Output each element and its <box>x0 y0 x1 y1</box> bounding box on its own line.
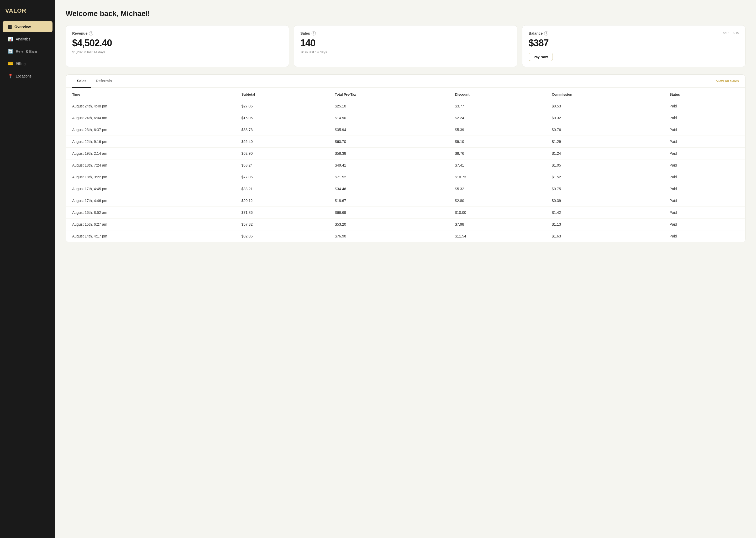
locations-icon: 📍 <box>8 74 13 79</box>
table-cell: $35.94 <box>329 124 449 136</box>
table-cell: August 24th, 4:48 pm <box>66 100 235 112</box>
table-cell: $20.12 <box>235 195 329 207</box>
revenue-card: Revenue ? $4,502.40 $1,282 in last 14 da… <box>66 25 289 67</box>
sidebar-item-analytics[interactable]: 📊 Analytics <box>3 33 53 45</box>
table-row: August 14th, 4:17 pm$82.86$76.90$11.54$1… <box>66 230 745 242</box>
sales-sub: 70 in last 14 days <box>300 50 510 54</box>
table-row: August 16th, 8:52 am$71.86$66.69$10.00$1… <box>66 207 745 219</box>
sidebar-item-refer-earn-label: Refer & Earn <box>16 49 37 54</box>
table-cell: $2.24 <box>449 112 545 124</box>
table-cell: Paid <box>663 124 745 136</box>
table-row: August 23th, 6:37 pm$38.73$35.94$5.39$0.… <box>66 124 745 136</box>
sales-table: Time Subtotal Total Pre-Tax Discount Com… <box>66 88 745 242</box>
table-cell: $14.90 <box>329 112 449 124</box>
table-cell: $8.76 <box>449 148 545 159</box>
table-cell: $62.90 <box>235 148 329 159</box>
table-cell: $65.40 <box>235 136 329 148</box>
table-cell: $1.63 <box>545 230 663 242</box>
table-cell: $1.13 <box>545 219 663 230</box>
analytics-icon: 📊 <box>8 36 13 41</box>
table-cell: $0.53 <box>545 100 663 112</box>
table-cell: Paid <box>663 148 745 159</box>
revenue-label: Revenue ? <box>72 31 282 35</box>
table-row: August 18th, 7:24 am$53.24$49.41$7.41$1.… <box>66 159 745 171</box>
sales-value: 140 <box>300 37 510 49</box>
logo: VALOR <box>0 5 55 21</box>
table-cell: August 16th, 8:52 am <box>66 207 235 219</box>
tab-sales[interactable]: Sales <box>72 75 91 88</box>
sidebar-item-locations[interactable]: 📍 Locations <box>3 71 53 82</box>
table-cell: $1.29 <box>545 136 663 148</box>
table-row: August 18th, 3:22 pm$77.06$71.52$10.73$1… <box>66 171 745 183</box>
table-cell: August 24th, 6:04 am <box>66 112 235 124</box>
sales-help-icon[interactable]: ? <box>311 31 316 35</box>
table-body: August 24th, 4:48 pm$27.05$25.10$3.77$0.… <box>66 100 745 242</box>
sidebar-item-overview[interactable]: ▦ Overview <box>3 21 53 32</box>
table-cell: $1.24 <box>545 148 663 159</box>
tab-referrals[interactable]: Referrals <box>91 75 117 88</box>
table-cell: $18.67 <box>329 195 449 207</box>
table-row: August 24th, 6:04 am$16.06$14.90$2.24$0.… <box>66 112 745 124</box>
sidebar: VALOR ▦ Overview 📊 Analytics 🔄 Refer & E… <box>0 0 55 538</box>
table-cell: Paid <box>663 136 745 148</box>
table-row: August 17th, 4:46 pm$20.12$18.67$2.80$0.… <box>66 195 745 207</box>
table-cell: $27.05 <box>235 100 329 112</box>
table-row: August 15th, 6:27 am$57.32$53.20$7.98$1.… <box>66 219 745 230</box>
pay-now-button[interactable]: Pay Now <box>529 53 553 61</box>
table-cell: Paid <box>663 230 745 242</box>
table-cell: $0.76 <box>545 124 663 136</box>
table-cell: $7.98 <box>449 219 545 230</box>
table-cell: Paid <box>663 112 745 124</box>
revenue-value: $4,502.40 <box>72 37 282 49</box>
table-cell: Paid <box>663 183 745 195</box>
overview-icon: ▦ <box>8 24 12 29</box>
table-cell: $1.05 <box>545 159 663 171</box>
table-cell: $66.69 <box>329 207 449 219</box>
view-all-sales-link[interactable]: View All Sales <box>716 79 739 83</box>
table-cell: August 15th, 6:27 am <box>66 219 235 230</box>
col-time: Time <box>66 88 235 100</box>
table-cell: $57.32 <box>235 219 329 230</box>
balance-label: Balance ? <box>529 31 548 35</box>
col-subtotal: Subtotal <box>235 88 329 100</box>
table-cell: August 22th, 9:16 pm <box>66 136 235 148</box>
table-cell: $5.32 <box>449 183 545 195</box>
col-discount: Discount <box>449 88 545 100</box>
table-cell: August 17th, 4:45 pm <box>66 183 235 195</box>
revenue-help-icon[interactable]: ? <box>89 31 93 35</box>
page-title: Welcome back, Michael! <box>66 10 745 18</box>
balance-help-icon[interactable]: ? <box>544 31 548 35</box>
table-cell: $82.86 <box>235 230 329 242</box>
table-cell: Paid <box>663 159 745 171</box>
sidebar-item-refer-earn[interactable]: 🔄 Refer & Earn <box>3 46 53 57</box>
table-cell: $0.39 <box>545 195 663 207</box>
sales-label: Sales ? <box>300 31 510 35</box>
table-cell: $49.41 <box>329 159 449 171</box>
revenue-sub: $1,282 in last 14 days <box>72 50 282 54</box>
table-row: August 24th, 4:48 pm$27.05$25.10$3.77$0.… <box>66 100 745 112</box>
balance-header: Balance ? 5/15 – 6/15 <box>529 31 739 37</box>
col-commission: Commission <box>545 88 663 100</box>
sidebar-item-billing[interactable]: 💳 Billing <box>3 58 53 69</box>
table-cell: $16.06 <box>235 112 329 124</box>
sidebar-item-locations-label: Locations <box>16 74 31 78</box>
table-row: August 22th, 9:16 pm$65.40$60.70$9.10$1.… <box>66 136 745 148</box>
table-cell: Paid <box>663 171 745 183</box>
table-cell: $53.24 <box>235 159 329 171</box>
table-cell: $38.21 <box>235 183 329 195</box>
balance-card: Balance ? 5/15 – 6/15 $387 Pay Now <box>522 25 745 67</box>
table-cell: $7.41 <box>449 159 545 171</box>
balance-value: $387 <box>529 37 739 49</box>
table-cell: August 23th, 6:37 pm <box>66 124 235 136</box>
table-cell: $5.39 <box>449 124 545 136</box>
table-cell: $77.06 <box>235 171 329 183</box>
table-cell: $25.10 <box>329 100 449 112</box>
table-cell: $0.75 <box>545 183 663 195</box>
sidebar-item-analytics-label: Analytics <box>16 37 30 41</box>
logo-text: VALOR <box>5 7 26 14</box>
table-cell: $34.46 <box>329 183 449 195</box>
table-cell: $76.90 <box>329 230 449 242</box>
table-row: August 17th, 4:45 pm$38.21$34.46$5.32$0.… <box>66 183 745 195</box>
table-cell: August 17th, 4:46 pm <box>66 195 235 207</box>
table-cell: $9.10 <box>449 136 545 148</box>
